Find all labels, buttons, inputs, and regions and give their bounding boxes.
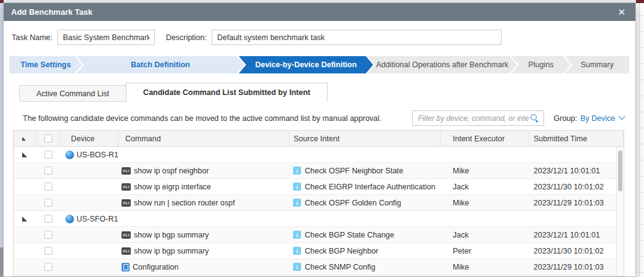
cli-icon: CLI [122,167,131,175]
task-name-input[interactable] [57,30,155,45]
scrollbar-thumb[interactable] [618,151,622,191]
group-by-control: Group: By Device [554,114,625,123]
cli-icon: CLI [122,199,131,207]
row-checkbox[interactable] [44,231,52,239]
step-time-settings[interactable]: Time Settings [9,56,82,73]
row-checkbox[interactable] [44,247,52,255]
time-text: 2023/11/29 10:01:03 [529,259,616,275]
executor-text: Jack [440,179,529,194]
configuration-icon [122,263,130,271]
header-intent-executor: Intent Executor [440,131,529,147]
command-list-tabs: Active Command List Candidate Command Li… [19,83,635,102]
intent-icon: i [293,183,301,191]
intent-icon: i [293,167,301,175]
table-row[interactable]: Configuration i Check SNMP Config Mike 2… [14,259,616,275]
device-group-row: US-BOS-R1 [14,147,616,163]
step-batch-definition[interactable]: Batch Definition [76,56,244,73]
command-text: Configuration [133,263,178,271]
table-body: US-BOS-R1 CLI show ip ospf neighbor i Ch… [14,147,616,275]
intent-text: Check BGP Neighbor [305,247,378,255]
table-row[interactable]: CLI show run | section router ospf i Che… [14,195,616,211]
filter-box [412,110,544,126]
table-scrollbar[interactable] [616,147,624,276]
task-name-label: Task Name: [12,33,52,42]
command-text: show ip bgp summary [134,231,209,239]
step-plugins[interactable]: Plugins [511,56,571,73]
chevron-down-icon[interactable] [618,113,625,120]
time-text: 2023/11/29 10:01:03 [529,195,616,210]
table-row[interactable]: CLI show ip eigrp interface i Check EIGR… [14,179,616,195]
search-icon[interactable] [530,114,539,123]
filter-input[interactable] [417,114,530,123]
executor-text: Peter [440,243,529,258]
cli-icon: CLI [122,231,131,239]
description-input[interactable] [212,30,502,45]
time-text: 2023/11/30 10:01:02 [529,179,616,194]
candidate-hint-text: The following candidate device commands … [23,114,382,123]
time-text: 2023/12/1 10:01:01 [529,227,616,242]
candidate-command-table: Device Command Source Intent Intent Exec… [13,130,624,276]
device-group-row: US-SFO-R1 [14,211,616,227]
tab-candidate-command-list[interactable]: Candidate Command List Submitted by Inte… [126,83,328,102]
tab-active-command-list[interactable]: Active Command List [19,85,126,102]
table-header-row: Device Command Source Intent Intent Exec… [14,131,624,147]
background-page-right-sliver [636,0,644,277]
row-checkbox[interactable] [44,183,52,191]
select-all-checkbox[interactable] [44,134,52,143]
executor-text: Mike [440,195,529,210]
group-label: Group: [554,114,577,123]
wizard-steps: Time Settings Batch Definition Device-by… [9,56,630,73]
group-value-link[interactable]: By Device [580,114,615,123]
dialog-title: Add Benchmark Task [11,7,93,17]
collapse-group-icon[interactable] [22,152,27,157]
header-command: Command [118,131,290,147]
device-icon [65,151,74,159]
intent-text: Check OSPF Golden Config [305,199,401,207]
intent-text: Check OSPF Neighbor State [305,167,403,175]
intent-text: Check BGP State Change [305,231,394,239]
intent-text: Check SNMP Config [305,263,375,271]
time-text: 2023/12/1 10:01:01 [529,163,616,178]
intent-icon: i [293,247,301,255]
table-toolbar: The following candidate device commands … [23,110,624,126]
cli-icon: CLI [122,247,131,255]
intent-icon: i [293,231,301,239]
close-icon[interactable]: ✕ [615,6,628,18]
table-row[interactable]: CLI show ip bgp summary i Check BGP Neig… [14,243,616,259]
header-device: Device [60,131,118,147]
command-text: show run | section router ospf [134,199,235,207]
step-device-by-device-definition[interactable]: Device-by-Device Definition [239,56,373,73]
cli-icon: CLI [122,183,131,191]
row-checkbox[interactable] [44,199,52,207]
intent-icon: i [293,263,301,271]
task-form-row: Task Name: Description: [12,30,628,45]
group-checkbox[interactable] [44,215,52,223]
row-checkbox[interactable] [44,167,52,175]
table-row[interactable]: CLI show ip bgp summary i Check BGP Stat… [14,227,616,243]
collapse-all-icon[interactable] [22,137,26,141]
header-source-intent: Source Intent [290,131,440,147]
device-icon [65,215,74,223]
command-text: show ip eigrp interface [134,183,211,191]
add-benchmark-task-dialog: Add Benchmark Task ✕ Task Name: Descript… [3,2,636,277]
executor-text: Mike [440,163,529,178]
executor-text: Jack [440,227,529,242]
dialog-titlebar: Add Benchmark Task ✕ [4,3,635,21]
header-submitted-time: Submitted Time [529,131,624,147]
command-text: show ip bgp summary [134,247,209,255]
step-additional-operations[interactable]: Additional Operations after Benchmark [368,56,517,73]
group-checkbox[interactable] [44,151,52,159]
intent-text: Check EIGRP Interface Authentication [305,183,436,191]
intent-icon: i [293,199,301,207]
step-summary[interactable]: Summary [565,56,629,73]
description-label: Description: [166,33,207,42]
row-checkbox[interactable] [44,263,52,271]
table-row[interactable]: CLI show ip ospf neighbor i Check OSPF N… [14,163,616,179]
time-text: 2023/11/30 10:01:02 [529,243,616,258]
collapse-group-icon[interactable] [22,217,27,221]
device-name: US-SFO-R1 [76,215,118,223]
device-name: US-BOS-R1 [76,151,118,159]
command-text: show ip ospf neighbor [134,167,209,175]
executor-text: Mike [440,259,529,275]
